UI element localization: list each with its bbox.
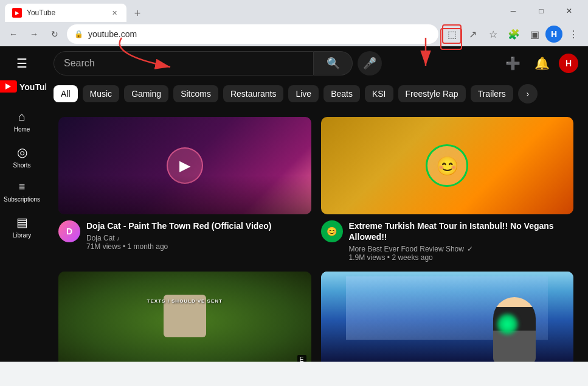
tab-title: YouTube [27, 9, 105, 17]
lock-icon: 🔒 [74, 30, 83, 38]
browser-profile[interactable]: H [545, 26, 562, 43]
video-title-0: Doja Cat - Paint The Town Red (Official … [86, 220, 311, 231]
active-tab[interactable]: ▶ YouTube ✕ [5, 4, 126, 22]
channel-avatar-0: D [58, 220, 80, 242]
chip-live[interactable]: Live [288, 85, 319, 102]
chip-beats[interactable]: Beats [323, 85, 360, 102]
sidebar-toggle-icon: ▣ [530, 29, 539, 40]
bookmark-button[interactable]: ☆ [483, 24, 503, 44]
subscriptions-icon: ≡ [19, 181, 26, 194]
tab-favicon: ▶ [12, 8, 22, 18]
bookmark-icon: ☆ [489, 29, 497, 40]
sidebar-item-subscriptions[interactable]: ≡ Subscriptions [2, 176, 41, 208]
extensions-button[interactable]: 🧩 [504, 24, 524, 44]
cast-button[interactable]: ⬚ [442, 24, 462, 44]
shorts-icon: ◎ [17, 145, 27, 160]
share-button[interactable]: ↗ [463, 24, 482, 44]
new-tab-button[interactable]: + [129, 5, 146, 22]
notifications-button[interactable]: 🔔 [530, 51, 554, 75]
video-item-3[interactable]: Ani He Gets Abandoned From His Kingdom, … [316, 267, 579, 362]
youtube-app: ☰ YouTube ⌂ Home ◎ Shorts ≡ Subscription… [0, 46, 588, 362]
video-item-2[interactable]: TEXTS I SHOULD'VE SENT E L Scary - Texts… [54, 267, 316, 362]
youtube-logo[interactable]: YouTube [0, 78, 46, 100]
address-bar[interactable]: 🔒 youtube.com [67, 24, 438, 44]
tab-close-button[interactable]: ✕ [109, 8, 119, 18]
chip-music[interactable]: Music [83, 85, 120, 102]
yt-profile-avatar[interactable]: H [559, 54, 578, 73]
video-title-1: Extreme Turkish Meat Tour in Istanbul!! … [349, 220, 574, 242]
share-icon: ↗ [469, 29, 477, 40]
yt-header-right: ➕ 🔔 H [500, 51, 578, 75]
video-channel-0: Doja Cat ♪ [86, 234, 311, 242]
chip-trailers[interactable]: Trailers [471, 85, 513, 102]
create-icon: ➕ [505, 56, 521, 71]
video-stats-0: 71M views • 1 month ago [86, 242, 311, 251]
home-icon: ⌂ [18, 110, 26, 124]
search-input[interactable]: Search [64, 58, 95, 69]
video-channel-1: More Best Ever Food Review Show ✓ [349, 245, 574, 253]
chips-next-button[interactable]: › [518, 84, 538, 104]
video-item-0[interactable]: ▶ D Doja Cat - Paint The Town Red (Offic… [54, 112, 316, 267]
forward-button[interactable]: → [26, 26, 43, 43]
video-meta-0: D Doja Cat - Paint The Town Red (Officia… [58, 220, 311, 251]
yt-header: Search 🔍 🎤 ➕ 🔔 [44, 46, 588, 80]
mic-button[interactable]: 🎤 [358, 51, 382, 75]
search-button[interactable]: 🔍 [314, 51, 353, 75]
main-content: Search 🔍 🎤 ➕ 🔔 [44, 46, 588, 362]
explicit-badge: E [297, 355, 306, 362]
refresh-button[interactable]: ↻ [46, 26, 63, 43]
ellipsis-icon: ⋮ [569, 29, 578, 40]
sidebar-label-subscriptions: Subscriptions [4, 196, 40, 203]
hamburger-button[interactable]: ☰ [10, 51, 34, 75]
filter-bar: All Music Gaming Sitcoms Restaurants Liv… [44, 80, 588, 107]
video-info-1: Extreme Turkish Meat Tour in Istanbul!! … [349, 220, 574, 262]
url-text: youtube.com [88, 29, 431, 39]
search-icon: 🔍 [327, 57, 340, 70]
chip-gaming[interactable]: Gaming [124, 85, 168, 102]
sidebar-toggle-button[interactable]: ▣ [525, 24, 544, 44]
channel-avatar-1: 😊 [321, 220, 343, 242]
create-button[interactable]: ➕ [500, 51, 525, 75]
browser-menu-button[interactable]: ⋮ [564, 24, 583, 44]
sidebar: ☰ YouTube ⌂ Home ◎ Shorts ≡ Subscription… [0, 46, 44, 362]
cast-icon: ⬚ [448, 29, 457, 40]
notifications-icon: 🔔 [534, 56, 550, 71]
close-button[interactable]: ✕ [555, 2, 583, 19]
video-grid: ▶ D Doja Cat - Paint The Town Red (Offic… [44, 107, 588, 362]
video-stats-1: 1.9M views • 2 weeks ago [349, 253, 574, 262]
sidebar-label-home: Home [14, 126, 30, 133]
chip-all[interactable]: All [54, 85, 78, 102]
mic-icon: 🎤 [363, 57, 376, 70]
sidebar-item-home[interactable]: ⌂ Home [2, 105, 41, 138]
music-note-icon: ♪ [117, 235, 120, 242]
verified-icon-1: ✓ [467, 245, 473, 253]
back-button[interactable]: ← [5, 26, 22, 43]
sidebar-item-shorts[interactable]: ◎ Shorts [2, 140, 41, 174]
restore-button[interactable]: □ [527, 2, 555, 19]
search-input-wrap[interactable]: Search [54, 51, 314, 75]
library-icon: ▤ [16, 215, 28, 230]
chip-freestyle-rap[interactable]: Freestyle Rap [398, 85, 466, 102]
sidebar-label-library: Library [13, 232, 32, 239]
minimize-button[interactable]: ─ [499, 2, 527, 19]
video-info-0: Doja Cat - Paint The Town Red (Official … [86, 220, 311, 251]
video-meta-1: 😊 Extreme Turkish Meat Tour in Istanbul!… [321, 220, 574, 262]
extensions-icon: 🧩 [508, 29, 520, 40]
chip-restaurants[interactable]: Restaurants [223, 85, 283, 102]
sidebar-item-library[interactable]: ▤ Library [2, 210, 41, 244]
chip-sitcoms[interactable]: Sitcoms [173, 85, 218, 102]
sidebar-label-shorts: Shorts [13, 162, 31, 169]
search-bar: Search 🔍 🎤 [54, 51, 382, 75]
svg-text:YouTube: YouTube [19, 82, 46, 92]
chip-ksi[interactable]: KSI [365, 85, 393, 102]
video-item-1[interactable]: 😊 😊 Extreme Turkish Meat Tour in Istanbu… [316, 112, 579, 267]
